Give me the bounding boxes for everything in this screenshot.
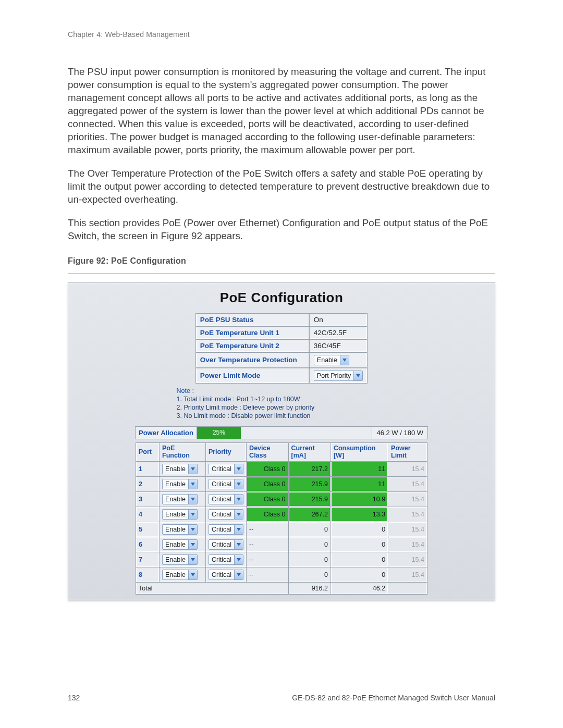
table-row: 5EnableCritical--0015.4: [136, 522, 427, 537]
allocation-fill: 25%: [197, 427, 241, 439]
col-power-limit: Power Limit: [388, 442, 427, 462]
cell-device-class: --: [247, 537, 288, 552]
select-value: Critical: [209, 480, 234, 488]
table-row: 1EnableCriticalClass 0217.21115.4: [136, 462, 427, 477]
row-select[interactable]: Enable: [162, 479, 198, 489]
row-select[interactable]: Critical: [209, 509, 243, 520]
cell-current: 0: [288, 537, 331, 552]
col-consumption: Consumption [W]: [331, 442, 388, 462]
col-current: Current [mA]: [288, 442, 331, 462]
row-select[interactable]: Critical: [209, 479, 243, 489]
note-line: 2. Priority Limit mode : Delieve power b…: [177, 404, 315, 411]
cell-power-limit: 15.4: [388, 552, 427, 567]
note-line: 1. Total Limit mode : Port 1~12 up to 18…: [177, 396, 300, 403]
row-select[interactable]: Critical: [209, 539, 243, 550]
select-value: Critical: [209, 556, 234, 563]
row-select[interactable]: Enable: [162, 509, 198, 520]
row-select[interactable]: Critical: [209, 524, 243, 535]
chevron-down-icon: [234, 525, 243, 534]
cell-current: 0: [288, 522, 331, 537]
table-row: 8EnableCritical--0015.4: [136, 567, 427, 583]
cell-current: 217.2: [288, 462, 331, 477]
cell-device-class: --: [247, 567, 288, 583]
figure-caption: Figure 92: PoE Configuration: [68, 256, 495, 266]
row-select[interactable]: Critical: [209, 570, 243, 580]
row-select[interactable]: Critical: [209, 494, 243, 504]
cell-power-limit: 15.4: [388, 462, 427, 477]
cell-consumption: 11: [331, 477, 388, 492]
table-row: 4EnableCriticalClass 0267.213.315.4: [136, 507, 427, 522]
total-power-limit: [388, 583, 427, 595]
cell-priority: Critical: [205, 492, 246, 507]
over-temp-label: Over Temperature Protection: [195, 352, 309, 368]
select-value: Enable: [163, 480, 188, 488]
cell-power-limit: 15.4: [388, 507, 427, 522]
table-row: 2EnableCriticalClass 0215.91115.4: [136, 477, 427, 492]
summary-table: PoE PSU Status On PoE Temperature Unit 1…: [195, 313, 368, 384]
cell-device-class: Class 0: [247, 507, 288, 522]
temp-unit1-value: 42C/52.5F: [309, 326, 368, 339]
cell-consumption: 0: [331, 552, 388, 567]
chevron-down-icon: [188, 540, 197, 549]
cell-power-limit: 15.4: [388, 522, 427, 537]
over-temp-select[interactable]: Enable: [314, 355, 349, 365]
select-value: Enable: [163, 571, 188, 578]
select-value: Critical: [209, 541, 234, 548]
cell-port: 5: [136, 522, 160, 537]
row-select[interactable]: Enable: [162, 570, 198, 580]
select-value: Port Priority: [314, 372, 353, 379]
cell-poe-function: Enable: [160, 552, 206, 567]
chevron-down-icon: [234, 495, 243, 504]
cell-port: 4: [136, 507, 160, 522]
row-select[interactable]: Enable: [162, 464, 198, 474]
row-select[interactable]: Enable: [162, 524, 198, 535]
select-value: Enable: [163, 511, 188, 518]
power-allocation-bar: Power Allocation 25% 46.2 W / 180 W: [135, 426, 428, 439]
cell-device-class: Class 0: [247, 462, 288, 477]
chevron-down-icon: [353, 371, 362, 380]
cell-power-limit: 15.4: [388, 537, 427, 552]
screenshot-title: PoE Configuration: [79, 290, 484, 306]
allocation-ratio: 46.2 W / 180 W: [372, 427, 427, 439]
cell-consumption: 13.3: [331, 507, 388, 522]
total-label: Total: [136, 583, 289, 595]
port-table: Port PoE Function Priority Device Class …: [136, 442, 427, 595]
total-current: 916.2: [288, 583, 331, 595]
select-value: Critical: [209, 571, 234, 578]
row-select[interactable]: Enable: [162, 494, 198, 504]
chevron-down-icon: [340, 355, 349, 365]
cell-consumption: 11: [331, 462, 388, 477]
table-row: 7EnableCritical--0015.4: [136, 552, 427, 567]
row-select[interactable]: Critical: [209, 554, 243, 565]
chevron-down-icon: [188, 525, 197, 534]
cell-consumption: 0: [331, 567, 388, 583]
psu-status-label: PoE PSU Status: [195, 313, 309, 326]
row-select[interactable]: Enable: [162, 539, 198, 550]
cell-poe-function: Enable: [160, 462, 206, 477]
cell-poe-function: Enable: [160, 567, 206, 583]
poe-config-screenshot: PoE Configuration PoE PSU Status On PoE …: [68, 282, 495, 601]
row-select[interactable]: Enable: [162, 554, 198, 565]
chevron-down-icon: [234, 479, 243, 489]
chevron-down-icon: [234, 510, 243, 519]
total-consumption: 46.2: [331, 583, 388, 595]
chevron-down-icon: [188, 510, 197, 519]
power-limit-mode-select[interactable]: Port Priority: [314, 371, 363, 381]
chevron-down-icon: [188, 570, 197, 579]
cell-current: 0: [288, 567, 331, 583]
power-allocation-label: Power Allocation: [136, 427, 197, 439]
cell-priority: Critical: [205, 537, 246, 552]
cell-port: 8: [136, 567, 160, 583]
cell-current: 0: [288, 552, 331, 567]
power-limit-mode-value: Port Priority: [309, 368, 368, 384]
cell-priority: Critical: [205, 552, 246, 567]
row-select[interactable]: Critical: [209, 464, 243, 474]
select-value: Critical: [209, 465, 234, 473]
allocation-track: 25%: [197, 427, 372, 439]
chevron-down-icon: [234, 570, 243, 579]
cell-priority: Critical: [205, 507, 246, 522]
note-block: Note : 1. Total Limit mode : Port 1~12 u…: [176, 386, 388, 420]
cell-poe-function: Enable: [160, 537, 206, 552]
cell-poe-function: Enable: [160, 507, 206, 522]
cell-priority: Critical: [205, 522, 246, 537]
